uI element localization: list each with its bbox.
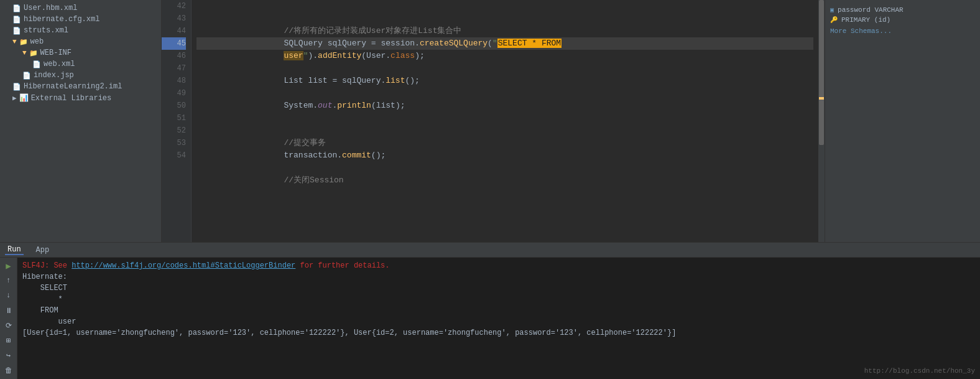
xml-file-icon4: 📄 — [32, 60, 41, 68]
log-slf4j-prefix: SLF4J: See — [22, 261, 72, 270]
log-line-slf4j: SLF4J: See http://www.slf4j.org/codes.ht… — [22, 260, 975, 271]
log-select: SELECT — [22, 283, 975, 294]
sidebar-item-hibernate-cfg[interactable]: 📄 hibernate.cfg.xml — [0, 14, 161, 25]
field-icon: ▣ — [830, 6, 834, 14]
ext-libs-bar-icon: 📊 — [19, 93, 29, 103]
code-editor[interactable]: //将所有的记录封装成User对象存进List集合中 SQLQuery sqlQ… — [192, 0, 818, 242]
console-output: SLF4J: See http://www.slf4j.org/codes.ht… — [17, 258, 980, 379]
frame-button[interactable]: ⊞ — [2, 335, 15, 347]
code-line-49: System.out.println(list); — [196, 87, 813, 100]
scrollbar-thumb — [819, 0, 824, 145]
sidebar-item-label: External Libraries — [31, 94, 112, 103]
code-line-52: //提交事务 — [196, 124, 813, 137]
sidebar-item-label: index.jsp — [34, 71, 74, 80]
editor-main-row: 42 43 44 45 46 47 48 49 50 51 52 53 54 /… — [162, 0, 980, 242]
log-result: [User{id=1, username='zhongfucheng', pas… — [22, 327, 975, 339]
right-panel-password-label: password VARCHAR — [838, 6, 904, 14]
sidebar-item-indexjsp[interactable]: 📄 index.jsp — [0, 70, 161, 81]
delete-button[interactable]: 🗑 — [2, 365, 15, 377]
line-numbers: 42 43 44 45 46 47 48 49 50 51 52 53 54 — [162, 0, 192, 242]
log-slf4j-suffix: for further details. — [295, 261, 389, 270]
editor-area: 42 43 44 45 46 47 48 49 50 51 52 53 54 /… — [162, 0, 980, 242]
folder-open-icon2: ▼ — [22, 49, 27, 57]
sidebar-item-struts[interactable]: 📄 struts.xml — [0, 25, 161, 36]
log-slf4j-link[interactable]: http://www.slf4j.org/codes.html#StaticLo… — [72, 261, 295, 270]
sidebar-item-label: hibernate.cfg.xml — [24, 15, 99, 24]
xml-file-icon: 📄 — [12, 4, 21, 12]
ext-libs-icon: ▶ — [12, 94, 17, 102]
jsp-file-icon: 📄 — [22, 72, 31, 80]
refresh-button[interactable]: ⟳ — [2, 321, 15, 332]
sidebar: 📄 User.hbm.xml 📄 hibernate.cfg.xml 📄 str… — [0, 0, 162, 242]
scroll-down-button[interactable]: ↓ — [2, 290, 15, 301]
folder-icon2: 📁 — [29, 49, 38, 57]
sidebar-item-label: web — [30, 37, 44, 46]
right-panel-password: ▣ password VARCHAR — [830, 5, 975, 15]
xml-file-icon3: 📄 — [12, 27, 21, 35]
right-panel-primary-label: PRIMARY (id) — [841, 16, 890, 24]
scrollbar-marker — [819, 97, 824, 100]
run-button[interactable]: ▶ — [2, 260, 15, 271]
code-line-42 — [196, 0, 813, 12]
right-panel: ▣ password VARCHAR 🔑 PRIMARY (id) More S… — [825, 0, 980, 242]
bottom-tabs: Run App — [0, 243, 980, 258]
code-line-51 — [196, 112, 813, 124]
tab-run[interactable]: Run — [5, 245, 24, 255]
sidebar-item-label: web.xml — [44, 60, 75, 68]
tab-app[interactable]: App — [34, 246, 52, 255]
sidebar-item-iml[interactable]: 📄 HibernateLearning2.iml — [0, 81, 161, 92]
scroll-up-button[interactable]: ↑ — [2, 275, 15, 286]
sidebar-item-label: WEB-INF — [40, 49, 72, 57]
code-line-55: //关闭Session — [196, 162, 813, 174]
log-from: FROM — [22, 305, 975, 316]
pause-button[interactable]: ⏸ — [2, 305, 15, 316]
sidebar-item-label: User.hbm.xml — [24, 4, 77, 12]
log-star: * — [22, 294, 975, 305]
sidebar-item-web[interactable]: ▼ 📁 web — [0, 36, 161, 47]
step-button[interactable]: ↪ — [2, 350, 15, 362]
xml-file-icon2: 📄 — [12, 16, 21, 24]
sidebar-item-webxml[interactable]: 📄 web.xml — [0, 58, 161, 70]
right-panel-primary: 🔑 PRIMARY (id) — [830, 15, 975, 25]
main-area: 📄 User.hbm.xml 📄 hibernate.cfg.xml 📄 str… — [0, 0, 980, 242]
csdn-url: http://blog.csdn.net/hon_3y — [864, 365, 975, 377]
folder-icon: 📁 — [19, 38, 28, 46]
code-line-43: //将所有的记录封装成User对象存进List集合中 — [196, 12, 813, 25]
sidebar-item-label: struts.xml — [24, 26, 68, 35]
sidebar-item-user-hbm[interactable]: 📄 User.hbm.xml — [0, 2, 161, 14]
bottom-toolbar: ▶ ↑ ↓ ⏸ ⟳ ⊞ ↪ 🗑 — [0, 258, 17, 379]
more-schemas-label: More Schemas... — [830, 27, 892, 35]
code-line-47: List list = sqlQuery.list(); — [196, 62, 813, 75]
more-schemas-link[interactable]: More Schemas... — [830, 25, 975, 37]
editor-scrollbar[interactable] — [818, 0, 825, 242]
log-user-table: user — [22, 316, 975, 327]
sidebar-item-ext-libs[interactable]: ▶ 📊 External Libraries — [0, 92, 161, 104]
folder-open-icon: ▼ — [12, 38, 17, 45]
sidebar-item-webinf[interactable]: ▼ 📁 WEB-INF — [0, 47, 161, 58]
bottom-content: ▶ ↑ ↓ ⏸ ⟳ ⊞ ↪ 🗑 SLF4J: See http://www.sl… — [0, 258, 980, 379]
bottom-panel: Run App ▶ ↑ ↓ ⏸ ⟳ ⊞ ↪ 🗑 SLF4J: See http:… — [0, 242, 980, 379]
key-icon: 🔑 — [830, 16, 838, 24]
sidebar-item-label: HibernateLearning2.iml — [24, 82, 122, 91]
log-hibernate: Hibernate: — [22, 271, 975, 283]
iml-file-icon: 📄 — [12, 83, 21, 91]
